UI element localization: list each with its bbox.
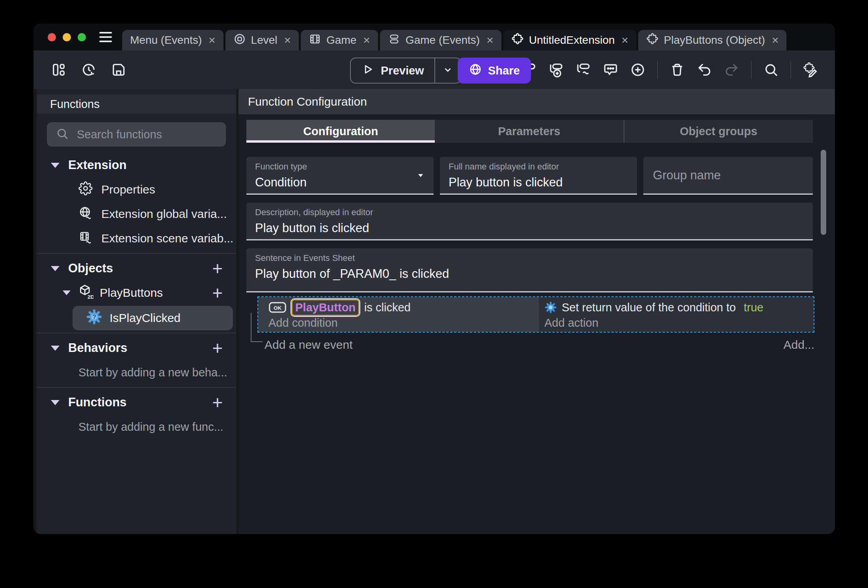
close-icon[interactable]: × bbox=[284, 34, 291, 46]
add-new-event-link[interactable]: Add a new event bbox=[264, 338, 353, 352]
action-text: Set return value of the condition to bbox=[562, 301, 736, 314]
gear-icon bbox=[78, 181, 93, 198]
search-input[interactable] bbox=[76, 128, 217, 141]
tab-untitled-extension[interactable]: UntitledExtension × bbox=[503, 30, 636, 50]
section-behaviors[interactable]: Behaviors + bbox=[37, 336, 236, 360]
close-icon[interactable]: × bbox=[209, 34, 216, 46]
field-label: Full name displayed in editor bbox=[449, 162, 628, 172]
zoom-window-button[interactable] bbox=[78, 33, 86, 41]
save-icon[interactable] bbox=[111, 62, 127, 78]
search-icon bbox=[56, 127, 69, 142]
function-configuration-panel: Function Configuration Configuration Par… bbox=[238, 89, 835, 534]
form-row: Function type Condition Full name displa… bbox=[246, 157, 813, 195]
event-bracket-line bbox=[251, 313, 263, 342]
sentence-field[interactable]: Sentence in Events Sheet Play button of … bbox=[246, 248, 813, 292]
add-object-button[interactable]: + bbox=[212, 259, 223, 277]
editor-tabs: Menu (Events) × Level × Game × Game (Eve… bbox=[122, 30, 786, 50]
button-object-icon: OK bbox=[268, 301, 287, 313]
tab-menu-events[interactable]: Menu (Events) × bbox=[122, 30, 224, 50]
object-2d-icon: 2D bbox=[78, 284, 100, 302]
toolbar-divider bbox=[790, 61, 791, 79]
section-objects[interactable]: Objects + bbox=[37, 256, 236, 281]
search-icon[interactable] bbox=[763, 62, 779, 78]
actions-column: Set return value of the condition totrue… bbox=[539, 297, 814, 332]
add-comment-icon[interactable] bbox=[603, 62, 618, 78]
field-value: Play button is clicked bbox=[449, 175, 628, 190]
tree-item-isplayclicked-selected[interactable]: ? IsPlayClicked bbox=[73, 306, 233, 330]
preview-button[interactable]: Preview bbox=[351, 58, 434, 83]
close-window-button[interactable] bbox=[48, 33, 56, 41]
tab-object-groups[interactable]: Object groups bbox=[624, 120, 813, 143]
object-2d-badge: 2D bbox=[88, 294, 93, 300]
add-other-event-icon[interactable] bbox=[576, 62, 591, 78]
version-history-icon[interactable] bbox=[81, 62, 97, 78]
field-value: Play button is clicked bbox=[255, 221, 804, 235]
toolbar-divider bbox=[751, 61, 752, 79]
condition-row[interactable]: OK PlayButton is clicked bbox=[268, 299, 539, 316]
question-glyph: ? bbox=[92, 313, 96, 321]
tab-label: Game (Events) bbox=[406, 34, 480, 47]
function-gear-question-icon: ? bbox=[86, 309, 102, 328]
menu-hamburger-icon[interactable] bbox=[99, 32, 112, 42]
panel-body: Configuration Parameters Object groups F… bbox=[238, 114, 835, 534]
condition-object-chip[interactable]: PlayButton bbox=[291, 299, 359, 316]
redo-icon[interactable] bbox=[724, 62, 739, 78]
puzzle-icon bbox=[511, 33, 524, 48]
group-name-field[interactable] bbox=[643, 157, 813, 195]
add-condition-link[interactable]: Add condition bbox=[268, 317, 539, 329]
chevron-down-icon bbox=[63, 290, 71, 295]
functions-tree: Extension Properties Extension global va… bbox=[37, 153, 236, 534]
close-icon[interactable]: × bbox=[363, 34, 370, 46]
tab-playbuttons-object[interactable]: PlayButtons (Object) × bbox=[638, 30, 786, 50]
close-icon[interactable]: × bbox=[622, 34, 629, 46]
play-icon bbox=[361, 63, 374, 79]
action-row[interactable]: Set return value of the condition totrue bbox=[544, 299, 814, 316]
tab-configuration[interactable]: Configuration bbox=[246, 120, 435, 143]
tab-level[interactable]: Level × bbox=[225, 30, 299, 50]
add-subevent-icon[interactable] bbox=[548, 62, 564, 78]
main-toolbar: Preview Share bbox=[34, 50, 835, 89]
tab-label: PlayButtons (Object) bbox=[664, 34, 765, 47]
preview-label: Preview bbox=[381, 64, 424, 77]
close-icon[interactable]: × bbox=[772, 34, 779, 46]
globe-variable-icon bbox=[78, 206, 93, 223]
section-extension[interactable]: Extension bbox=[37, 153, 236, 177]
add-function-button[interactable]: + bbox=[212, 393, 223, 411]
traffic-lights bbox=[34, 33, 95, 41]
selected-event[interactable]: OK PlayButton is clicked Add condition S… bbox=[257, 296, 814, 333]
add-action-link[interactable]: Add action bbox=[544, 317, 814, 329]
vertical-scrollbar-thumb[interactable] bbox=[821, 150, 826, 235]
edit-extension-icon[interactable] bbox=[803, 62, 818, 78]
search-box[interactable] bbox=[47, 122, 226, 147]
function-type-select[interactable]: Function type Condition bbox=[246, 157, 434, 195]
add-more-link[interactable]: Add... bbox=[784, 338, 814, 352]
add-behavior-button[interactable]: + bbox=[212, 339, 223, 357]
close-icon[interactable]: × bbox=[486, 34, 494, 46]
sidebar-item-properties[interactable]: Properties bbox=[37, 177, 236, 202]
share-button[interactable]: Share bbox=[458, 58, 531, 84]
ok-glyph: OK bbox=[274, 305, 282, 311]
description-field[interactable]: Description, displayed in editor Play bu… bbox=[246, 203, 813, 240]
tab-label: Game bbox=[326, 34, 356, 47]
tab-game[interactable]: Game × bbox=[301, 30, 378, 50]
preview-options-button[interactable] bbox=[434, 58, 460, 83]
group-name-input[interactable] bbox=[652, 168, 804, 183]
scene-icon bbox=[233, 33, 246, 48]
field-label: Function type bbox=[255, 162, 425, 172]
undo-icon[interactable] bbox=[697, 62, 712, 78]
add-circle-icon[interactable] bbox=[630, 62, 646, 78]
minimize-window-button[interactable] bbox=[63, 33, 71, 41]
sidebar-item-extension-global-variables[interactable]: Extension global varia... bbox=[37, 202, 236, 226]
tab-game-events[interactable]: Game (Events) × bbox=[380, 30, 501, 50]
tree-item-playbuttons[interactable]: 2D PlayButtons + bbox=[37, 281, 236, 305]
tab-parameters[interactable]: Parameters bbox=[435, 120, 624, 143]
section-functions[interactable]: Functions + bbox=[37, 390, 236, 415]
project-manager-icon[interactable] bbox=[51, 62, 67, 78]
chevron-down-icon bbox=[51, 400, 60, 405]
sidebar-item-extension-scene-variables[interactable]: Extension scene variab... bbox=[37, 226, 236, 251]
trash-icon[interactable] bbox=[669, 62, 685, 78]
full-name-field[interactable]: Full name displayed in editor Play butto… bbox=[440, 157, 637, 195]
app-window: Menu (Events) × Level × Game × Game (Eve… bbox=[34, 24, 835, 534]
add-object-function-button[interactable]: + bbox=[212, 284, 223, 302]
dropdown-caret-icon bbox=[415, 170, 426, 180]
